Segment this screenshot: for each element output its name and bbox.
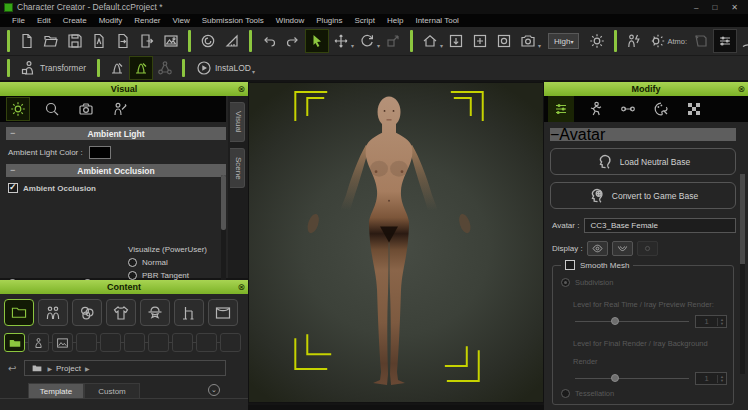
visual-panel-scrollbar[interactable]	[221, 175, 226, 295]
subdivision-radio[interactable]	[561, 278, 570, 287]
avatar-section-header[interactable]: − Avatar	[550, 128, 736, 141]
select-tool-button[interactable]	[305, 29, 329, 53]
collapse-icon[interactable]: −	[550, 126, 559, 144]
light-marker-top-left[interactable]	[295, 92, 327, 121]
light-marker-bottom-right[interactable]	[445, 346, 479, 381]
subfolder-avatar[interactable]	[28, 333, 49, 352]
import-content-button[interactable]	[87, 29, 111, 53]
render-settings-button[interactable]	[713, 29, 737, 53]
export-content-button[interactable]	[111, 29, 135, 53]
new-project-button[interactable]	[15, 29, 39, 53]
measure-tool-button[interactable]	[220, 29, 244, 53]
visual-panel-header[interactable]: Visual ⊗	[0, 82, 248, 96]
pick-target-button[interactable]	[737, 29, 748, 53]
menu-create[interactable]: Create	[57, 16, 93, 25]
menu-plugins[interactable]: Plugins	[310, 16, 348, 25]
breadcrumb-project[interactable]: Project	[56, 364, 81, 373]
quality-dropdown[interactable]: High ▾	[548, 33, 578, 49]
tab-camera-settings[interactable]	[74, 97, 98, 121]
subfolder-empty[interactable]	[220, 333, 241, 352]
instalod-button[interactable]: InstaLOD ▾	[190, 57, 262, 79]
dock-tab-visual[interactable]: Visual	[230, 102, 245, 142]
redo-button[interactable]	[281, 29, 305, 53]
display-visibility-button[interactable]	[587, 241, 608, 256]
subfolder-empty[interactable]	[124, 333, 145, 352]
edit-character-button[interactable]	[129, 56, 153, 80]
shadow-catcher-button[interactable]	[689, 29, 713, 53]
visual-panel-close-icon[interactable]: ⊗	[237, 82, 245, 96]
tab-character-visual[interactable]	[108, 97, 132, 121]
ibl-light-button[interactable]	[622, 29, 646, 53]
collapse-icon[interactable]: −	[10, 127, 15, 140]
realtime-spinbox[interactable]: 1 ▲▼	[695, 315, 727, 328]
tab-texture[interactable]	[682, 97, 706, 121]
modify-panel-header[interactable]: Modify ⊗	[544, 82, 748, 96]
menu-edit[interactable]: Edit	[31, 16, 57, 25]
realtime-slider[interactable]	[575, 321, 689, 322]
lighting-button[interactable]	[585, 29, 609, 53]
home-camera-button[interactable]	[418, 29, 442, 53]
undo-button[interactable]	[257, 29, 281, 53]
send-to-iclone-button[interactable]	[135, 29, 159, 53]
smooth-mesh-checkbox[interactable]	[565, 260, 575, 270]
tessellation-radio[interactable]	[561, 389, 570, 398]
subfolder-empty[interactable]	[100, 333, 121, 352]
menu-modify[interactable]: Modify	[93, 16, 129, 25]
tab-lens-effects[interactable]	[40, 97, 64, 121]
spin-down-icon[interactable]: ▼	[720, 322, 724, 326]
radio-pbr-tangent[interactable]	[128, 271, 137, 280]
content-panel-close-icon[interactable]: ⊗	[237, 280, 245, 294]
menu-view[interactable]: View	[167, 16, 196, 25]
subfolder-selected[interactable]	[4, 333, 25, 352]
menu-script[interactable]: Script	[349, 16, 381, 25]
tab-custom[interactable]: Custom	[84, 383, 140, 398]
spin-down-icon[interactable]: ▼	[720, 379, 724, 383]
subfolder-empty[interactable]	[148, 333, 169, 352]
menu-submission-tools[interactable]: Submission Tools	[196, 16, 270, 25]
maximize-button[interactable]: □	[712, 3, 717, 12]
tab-animation[interactable]	[583, 97, 607, 121]
light-marker-top-right[interactable]	[451, 92, 483, 121]
ambient-light-color-swatch[interactable]	[89, 146, 111, 159]
final-spinbox[interactable]: 1 ▲▼	[695, 372, 727, 385]
subfolder-empty[interactable]	[196, 333, 217, 352]
viewport-3d[interactable]	[248, 82, 544, 403]
atmosphere-settings-button[interactable]	[646, 29, 670, 53]
transformer-button[interactable]: Transformer	[15, 57, 92, 79]
tab-material[interactable]	[649, 97, 673, 121]
category-accessory-button[interactable]	[140, 299, 170, 326]
edit-mesh-button[interactable]	[105, 56, 129, 80]
tab-render-settings[interactable]	[6, 97, 30, 121]
camera-view-button[interactable]	[492, 29, 516, 53]
open-project-button[interactable]	[39, 29, 63, 53]
convert-to-game-base-button[interactable]: Convert to Game Base	[550, 182, 736, 209]
category-actor-button[interactable]	[38, 299, 68, 326]
final-slider[interactable]	[575, 378, 689, 379]
avatar-figure[interactable]	[305, 96, 472, 385]
ambient-light-section-header[interactable]: − Ambient Light	[6, 127, 226, 140]
move-tool-button[interactable]	[329, 29, 353, 53]
tab-bone[interactable]	[616, 97, 640, 121]
tabs-expand-icon[interactable]: ⌄	[208, 384, 220, 396]
avatar-name-input[interactable]	[584, 218, 736, 233]
tab-template[interactable]: Template	[28, 383, 84, 398]
subfolder-empty[interactable]	[76, 333, 97, 352]
category-project-button[interactable]	[4, 299, 34, 326]
save-project-button[interactable]	[63, 29, 87, 53]
mesh-nodes-button[interactable]	[153, 56, 177, 80]
breadcrumb[interactable]: ▶ Project ▶	[24, 360, 226, 376]
category-cloth-button[interactable]	[106, 299, 136, 326]
dock-tab-scene[interactable]: Scene	[230, 148, 245, 189]
scale-tool-button[interactable]	[381, 29, 405, 53]
radio-normal[interactable]	[128, 258, 137, 267]
collapse-icon[interactable]: −	[10, 164, 15, 177]
category-stage-button[interactable]	[208, 299, 238, 326]
load-neutral-base-button[interactable]: Load Neutral Base	[550, 148, 736, 175]
ambient-occlusion-section-header[interactable]: − Ambient Occlusion	[6, 164, 226, 177]
focus-selected-button[interactable]	[468, 29, 492, 53]
ambient-occlusion-checkbox[interactable]	[8, 183, 18, 193]
display-underwear-button[interactable]	[612, 241, 633, 256]
back-icon[interactable]: ↩	[8, 363, 16, 374]
preview-camera-button[interactable]	[516, 29, 540, 53]
fit-to-view-button[interactable]	[444, 29, 468, 53]
